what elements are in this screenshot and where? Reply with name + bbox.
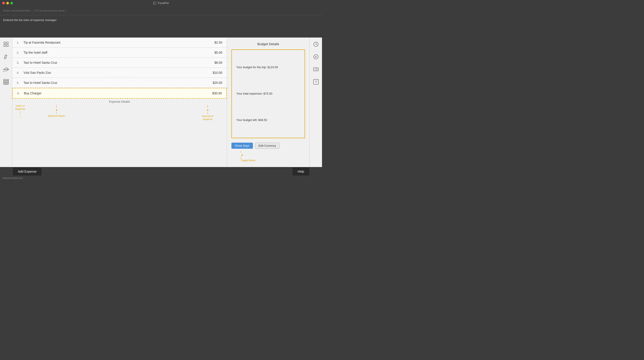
expense-row[interactable]: 2. Tip the hotel staff $5.00 <box>12 48 227 58</box>
title-bar: TravelPal <box>0 0 322 6</box>
expense-row[interactable]: 6. Buy Charger $30.00 <box>12 88 227 98</box>
app-icon <box>153 2 156 5</box>
expense-name: Tip at Fazenda Restaurant <box>24 41 212 44</box>
index-annotation: Index ofExpense → <box>16 104 25 118</box>
help-button[interactable]: Help <box>292 167 310 176</box>
expense-name: Visit Sao Paolo Zoo <box>24 71 210 74</box>
expense-amount: $30.00 <box>212 92 222 95</box>
amount-annotation: ▲ Amount ofExpense <box>202 104 213 121</box>
expense-amount: $8.00 <box>214 61 222 64</box>
expense-name: Tip the hotel staff <box>24 51 212 54</box>
filepath-bar: ./data/travelpal.json <box>0 176 322 180</box>
expense-index: 1. <box>17 41 21 44</box>
expense-name: Taxi to Hotel Santa Cruz <box>24 81 210 84</box>
svg-rect-4 <box>4 45 6 46</box>
list-icon <box>3 79 9 85</box>
filepath-text: ./data/travelpal.json <box>2 177 23 179</box>
command-bar <box>0 6 322 15</box>
clock-icon <box>313 41 319 47</box>
show-days-button[interactable]: Show Days <box>232 143 253 149</box>
svg-line-8 <box>6 56 7 59</box>
svg-text:?: ? <box>315 80 317 84</box>
right-sidebar: ₺ ? <box>310 38 322 167</box>
grid-icon <box>3 41 9 47</box>
svg-rect-2 <box>4 42 6 44</box>
budget-box: Your budget for the trip: $124.00 Your t… <box>232 50 305 138</box>
svg-text:₺: ₺ <box>315 55 317 58</box>
question-icon: ? <box>313 79 319 85</box>
action-button-row: Show Days Edit Currency <box>232 143 305 149</box>
sidebar-item-currency[interactable]: ₺ <box>312 53 320 60</box>
svg-rect-15 <box>4 83 8 84</box>
expense-amount: $20.00 <box>213 81 222 84</box>
sidebar-item-pencil[interactable] <box>2 53 10 60</box>
sidebar-item-ticket[interactable] <box>312 66 320 73</box>
pencil-icon <box>3 54 9 60</box>
expense-row[interactable]: 4. Visit Sao Paolo Zoo $10.00 <box>12 68 227 78</box>
svg-rect-3 <box>6 42 8 44</box>
sidebar-item-grid[interactable] <box>2 41 10 48</box>
sidebar-item-list[interactable] <box>2 78 10 86</box>
expense-list: 1. Tip at Fazenda Restaurant $2.50 2. Ti… <box>12 38 227 98</box>
expense-index: 3. <box>17 61 21 64</box>
toggle-annotation: ▲ Toggle Button <box>241 150 305 162</box>
svg-rect-13 <box>4 80 8 80</box>
svg-line-19 <box>316 44 317 45</box>
expense-index: 2. <box>17 51 21 54</box>
expense-name: Buy Charger <box>24 92 210 95</box>
budget-trip: Your budget for the trip: $124.00 <box>236 65 300 70</box>
svg-line-6 <box>4 55 5 58</box>
budget-left: Your budget left: $48.50 <box>236 118 300 122</box>
window-controls[interactable] <box>2 2 13 4</box>
ticket-icon <box>313 66 319 72</box>
expense-name: Taxi to Hotel Santa Cruz <box>24 61 212 64</box>
expense-amount: $5.00 <box>214 51 222 54</box>
expense-amount: $2.50 <box>214 41 222 44</box>
expense-row[interactable]: 5. Taxi to Hotel Santa Cruz $20.00 <box>12 78 227 88</box>
close-button[interactable] <box>2 2 5 4</box>
edit-currency-button[interactable]: Edit Currency <box>255 143 280 149</box>
sidebar-item-question[interactable]: ? <box>312 78 320 86</box>
expense-index: 4. <box>17 71 21 74</box>
svg-rect-0 <box>154 2 156 4</box>
left-sidebar <box>0 38 12 167</box>
add-expense-button[interactable]: Add Expense <box>12 167 42 176</box>
name-annotation: ▲ Expense Name <box>48 104 65 117</box>
expense-details-caption: Expense Details <box>12 98 227 103</box>
svg-rect-5 <box>6 45 8 46</box>
minimize-button[interactable] <box>6 2 9 4</box>
expense-index: 5. <box>17 81 21 84</box>
main-layout: 1. Tip at Fazenda Restaurant $2.50 2. Ti… <box>0 38 322 167</box>
command-input[interactable] <box>3 9 319 12</box>
annotations-area: Index ofExpense → ▲ Expense Name ▲ Amoun… <box>12 104 227 122</box>
plane-icon <box>2 67 10 72</box>
sidebar-item-plane[interactable] <box>2 66 10 73</box>
bottom-bar: Add Expense Help <box>0 167 322 176</box>
app-title: TravelPal <box>153 2 168 5</box>
maximize-button[interactable] <box>10 2 13 4</box>
button-area: Show Days Edit Currency ▲ Toggle Button <box>232 143 305 162</box>
expense-panel: 1. Tip at Fazenda Restaurant $2.50 2. Ti… <box>12 38 227 167</box>
expense-row[interactable]: 3. Taxi to Hotel Santa Cruz $8.00 <box>12 58 227 68</box>
status-message: Entered the list view of expense manager… <box>3 18 57 22</box>
expense-amount: $10.00 <box>213 71 222 74</box>
expense-row[interactable]: 1. Tip at Fazenda Restaurant $2.50 <box>12 38 227 48</box>
svg-rect-14 <box>4 81 8 82</box>
budget-title: Budget Details <box>232 42 305 46</box>
currency-icon: ₺ <box>313 54 319 60</box>
sidebar-item-clock[interactable] <box>312 41 320 48</box>
svg-line-9 <box>4 58 6 59</box>
expense-index: 6. <box>17 92 22 95</box>
status-bar: Entered the list view of expense manager… <box>0 15 322 38</box>
right-panel: Budget Details Your budget for the trip:… <box>227 38 310 167</box>
budget-total: Your total expenses: $75.50 <box>236 92 300 96</box>
